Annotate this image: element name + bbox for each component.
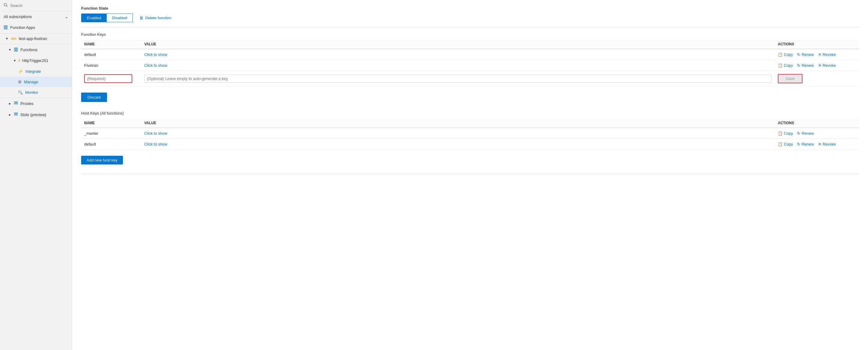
svg-rect-14 [14, 114, 18, 114]
list-icon4 [14, 112, 18, 117]
new-key-value-input[interactable] [144, 75, 772, 83]
sidebar-item-slots[interactable]: ► Slots (preview) [0, 109, 72, 120]
svg-point-0 [4, 3, 7, 6]
svg-rect-2 [4, 26, 7, 26]
test-app-label: test-app-fivetran [19, 36, 47, 41]
manage-label: Manage [24, 80, 38, 84]
renew-fivetran-button[interactable]: ↻ Renew [797, 63, 814, 68]
integrate-label: Integrate [26, 69, 41, 74]
new-key-input-row: Save [81, 71, 859, 87]
gear-icon: ⚙ [18, 80, 22, 84]
new-key-name-cell [81, 71, 141, 87]
discard-button[interactable]: Discard [81, 93, 107, 102]
copy-master-button[interactable]: 📋 Copy [778, 131, 793, 136]
sidebar-item-proxies[interactable]: ► Proxies [0, 98, 72, 109]
click-to-show-host-default[interactable]: Click to show [144, 142, 167, 146]
list-icon2 [14, 47, 18, 52]
chevron-down-icon4: ▼ [13, 59, 16, 62]
disabled-button[interactable]: Disabled [107, 14, 133, 22]
host-col-value-header: VALUE [141, 118, 775, 128]
renew-default-button[interactable]: ↻ Renew [797, 52, 814, 57]
click-to-show-fivetran[interactable]: Click to show [144, 63, 167, 68]
save-button-wrapper: Save [778, 74, 803, 83]
function-keys-section: Function Keys NAME VALUE ACTIONS default… [81, 32, 859, 102]
copy-default-button[interactable]: 📋 Copy [778, 52, 793, 57]
renew-host-default-button[interactable]: ↻ Renew [797, 142, 814, 146]
key-actions-fivetran: 📋 Copy ↻ Renew ✕ Revoke [775, 60, 859, 71]
svg-rect-12 [14, 104, 18, 104]
renew-icon3: ↻ [797, 131, 800, 136]
host-key-name-default: default [81, 139, 141, 150]
search-input[interactable] [10, 3, 68, 8]
sidebar-item-function-apps[interactable]: Function Apps [0, 22, 72, 33]
search-icon [4, 3, 8, 8]
function-apps-label: Function Apps [10, 25, 35, 30]
svg-rect-7 [14, 49, 18, 49]
svg-line-1 [6, 6, 7, 7]
key-name-fivetran: Fivetran [81, 60, 141, 71]
proxies-label: Proxies [21, 101, 33, 106]
copy-icon3: 📋 [778, 131, 783, 136]
revoke-fivetran-button[interactable]: ✕ Revoke [818, 63, 836, 68]
chevron-right-icon: ► [8, 102, 11, 105]
revoke-icon3: ✕ [818, 142, 822, 146]
revoke-host-default-button[interactable]: ✕ Revoke [818, 142, 836, 146]
copy-fivetran-button[interactable]: 📋 Copy [778, 63, 793, 68]
key-name-default: default [81, 49, 141, 60]
svg-rect-5 [4, 29, 7, 29]
sidebar-item-test-app[interactable]: ▼ </> test-app-fivetran [0, 33, 72, 44]
chevron-right-icon2: ► [8, 113, 11, 116]
save-button[interactable]: Save [778, 75, 802, 83]
svg-rect-4 [4, 28, 7, 28]
svg-rect-11 [14, 103, 18, 103]
host-keys-title: Host Keys (All functions) [81, 111, 859, 115]
col-name-header: NAME [81, 40, 141, 49]
monitor-label: Monitor [25, 90, 38, 95]
add-host-key-button[interactable]: Add new host key [81, 156, 123, 165]
sidebar-item-httptriggerjs1[interactable]: ▼ f HttpTriggerJS1 [0, 55, 72, 66]
host-key-value-master: Click to show [141, 128, 775, 139]
search-box[interactable] [0, 0, 72, 11]
slots-label: Slots (preview) [21, 113, 46, 117]
chevron-down-icon3: ▼ [8, 48, 11, 51]
renew-icon4: ↻ [797, 142, 800, 146]
sidebar-item-integrate[interactable]: ⚡ Integrate [0, 66, 72, 77]
host-keys-table: NAME VALUE ACTIONS _master Click to show [81, 118, 859, 150]
list-icon3 [14, 101, 18, 106]
actions-group-master: 📋 Copy ↻ Renew [778, 131, 856, 136]
host-col-name-header: NAME [81, 118, 141, 128]
code-icon: </> [11, 36, 17, 41]
enabled-button[interactable]: Enabled [82, 14, 107, 22]
toggle-group: Enabled Disabled [81, 13, 133, 22]
function-state-title: Function State [81, 6, 859, 10]
table-row: default Click to show 📋 Copy ↻ R [81, 139, 859, 150]
host-key-actions-default: 📋 Copy ↻ Renew ✕ Revoke [775, 139, 859, 150]
sidebar-item-manage[interactable]: ⚙ Manage [0, 77, 72, 87]
subscription-selector[interactable]: All subscriptions ⌄ [0, 11, 72, 22]
renew-master-button[interactable]: ↻ Renew [797, 131, 814, 136]
click-to-show-master[interactable]: Click to show [144, 131, 167, 136]
new-key-value-cell [141, 71, 775, 87]
actions-group-fivetran: 📋 Copy ↻ Renew ✕ Revoke [778, 63, 856, 68]
copy-host-default-button[interactable]: 📋 Copy [778, 142, 793, 146]
host-key-actions-master: 📋 Copy ↻ Renew [775, 128, 859, 139]
delete-function-button[interactable]: 🗑 Delete function [136, 14, 174, 22]
renew-icon2: ↻ [797, 63, 800, 68]
col-value-header: VALUE [141, 40, 775, 49]
key-actions-default: 📋 Copy ↻ Renew ✕ Revoke [775, 49, 859, 60]
new-key-name-input[interactable] [84, 74, 132, 83]
click-to-show-default[interactable]: Click to show [144, 52, 167, 57]
divider-1 [81, 27, 859, 27]
sidebar-item-monitor[interactable]: 🔍 Monitor [0, 87, 72, 98]
revoke-default-button[interactable]: ✕ Revoke [818, 52, 836, 57]
sidebar-item-functions[interactable]: ▼ Functions [0, 44, 72, 55]
subscription-label: All subscriptions [4, 14, 32, 19]
table-row: Fivetran Click to show 📋 Copy ↻ [81, 60, 859, 71]
actions-group-host-default: 📋 Copy ↻ Renew ✕ Revoke [778, 142, 856, 146]
svg-rect-10 [14, 101, 18, 102]
svg-rect-3 [4, 26, 7, 27]
chevron-down-icon: ⌄ [65, 14, 68, 19]
host-key-value-default: Click to show [141, 139, 775, 150]
copy-icon4: 📋 [778, 142, 783, 146]
host-key-name-master: _master [81, 128, 141, 139]
